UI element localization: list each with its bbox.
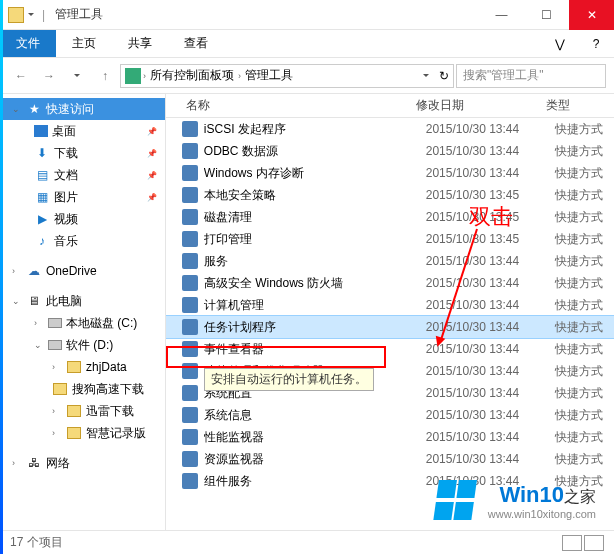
column-name[interactable]: 名称 bbox=[166, 97, 416, 114]
tab-home[interactable]: 主页 bbox=[56, 30, 112, 57]
tab-share[interactable]: 共享 bbox=[112, 30, 168, 57]
tree-label: 搜狗高速下载 bbox=[72, 381, 144, 398]
file-date: 2015/10/30 13:45 bbox=[426, 188, 555, 202]
pin-icon: 📌 bbox=[147, 171, 157, 180]
file-type: 快捷方式 bbox=[555, 187, 614, 204]
disk-icon bbox=[48, 318, 62, 328]
sidebar-software[interactable]: ⌄软件 (D:) bbox=[0, 334, 165, 356]
close-button[interactable]: ✕ bbox=[569, 0, 614, 30]
tab-file[interactable]: 文件 bbox=[0, 30, 56, 57]
shortcut-icon bbox=[182, 407, 198, 423]
file-date: 2015/10/30 13:44 bbox=[426, 452, 555, 466]
tree-label: 图片 bbox=[54, 189, 78, 206]
sidebar-network[interactable]: ›🖧网络 bbox=[0, 452, 165, 474]
sidebar-sogou[interactable]: 搜狗高速下载 bbox=[0, 378, 165, 400]
sidebar-zhjdata[interactable]: ›zhjData bbox=[0, 356, 165, 378]
sidebar-documents[interactable]: ▤文档📌 bbox=[0, 164, 165, 186]
address-dropdown-icon[interactable] bbox=[423, 74, 429, 77]
sidebar-onedrive[interactable]: ›☁OneDrive bbox=[0, 260, 165, 282]
breadcrumb-seg2[interactable]: 管理工具 bbox=[243, 67, 295, 84]
file-date: 2015/10/30 13:44 bbox=[426, 122, 555, 136]
file-row[interactable]: iSCSI 发起程序2015/10/30 13:44快捷方式 bbox=[166, 118, 614, 140]
up-button[interactable]: ↑ bbox=[92, 63, 118, 89]
details-view-button[interactable] bbox=[562, 535, 582, 551]
picture-icon: ▦ bbox=[34, 189, 50, 205]
ribbon-collapse-button[interactable]: ⋁ bbox=[542, 37, 578, 51]
back-button[interactable]: ← bbox=[8, 63, 34, 89]
sidebar-desktop[interactable]: 桌面📌 bbox=[0, 120, 165, 142]
file-list-pane[interactable]: 名称 修改日期 类型 iSCSI 发起程序2015/10/30 13:44快捷方… bbox=[166, 94, 614, 530]
window-title: 管理工具 bbox=[55, 6, 103, 23]
file-row[interactable]: 组件服务2015/10/30 13:44快捷方式 bbox=[166, 470, 614, 492]
minimize-button[interactable]: — bbox=[479, 0, 524, 30]
tab-view[interactable]: 查看 bbox=[168, 30, 224, 57]
file-row[interactable]: 系统配置2015/10/30 13:44快捷方式 bbox=[166, 382, 614, 404]
file-row[interactable]: 系统信息2015/10/30 13:44快捷方式 bbox=[166, 404, 614, 426]
shortcut-icon bbox=[182, 253, 198, 269]
file-row[interactable]: 资源监视器2015/10/30 13:44快捷方式 bbox=[166, 448, 614, 470]
column-date[interactable]: 修改日期 bbox=[416, 97, 546, 114]
file-date: 2015/10/30 13:44 bbox=[426, 342, 555, 356]
file-row[interactable]: 打印管理2015/10/30 13:45快捷方式 bbox=[166, 228, 614, 250]
file-date: 2015/10/30 13:44 bbox=[426, 474, 555, 488]
video-icon: ▶ bbox=[34, 211, 50, 227]
sidebar-zhihui[interactable]: ›智慧记录版 bbox=[0, 422, 165, 444]
search-input[interactable]: 搜索"管理工具" bbox=[456, 64, 606, 88]
file-row[interactable]: 服务2015/10/30 13:44快捷方式 bbox=[166, 250, 614, 272]
navigation-pane[interactable]: ⌄★快速访问 桌面📌 ⬇下载📌 ▤文档📌 ▦图片📌 ▶视频 ♪音乐 ›☁OneD… bbox=[0, 94, 166, 530]
file-type: 快捷方式 bbox=[555, 209, 614, 226]
shortcut-icon bbox=[182, 297, 198, 313]
icons-view-button[interactable] bbox=[584, 535, 604, 551]
breadcrumb-seg1[interactable]: 所有控制面板项 bbox=[148, 67, 236, 84]
file-row[interactable]: 性能监视器2015/10/30 13:44快捷方式 bbox=[166, 426, 614, 448]
shortcut-icon bbox=[182, 143, 198, 159]
titlebar-sep: | bbox=[42, 8, 45, 22]
sidebar-localdisk[interactable]: ›本地磁盘 (C:) bbox=[0, 312, 165, 334]
file-date: 2015/10/30 13:45 bbox=[426, 210, 555, 224]
file-date: 2015/10/30 13:44 bbox=[426, 320, 555, 334]
sidebar-pictures[interactable]: ▦图片📌 bbox=[0, 186, 165, 208]
sidebar-downloads[interactable]: ⬇下载📌 bbox=[0, 142, 165, 164]
address-bar[interactable]: › 所有控制面板项 › 管理工具 ↻ bbox=[120, 64, 454, 88]
file-row[interactable]: Windows 内存诊断2015/10/30 13:44快捷方式 bbox=[166, 162, 614, 184]
history-dropdown[interactable] bbox=[64, 63, 90, 89]
sidebar-thispc[interactable]: ⌄🖥此电脑 bbox=[0, 290, 165, 312]
file-date: 2015/10/30 13:44 bbox=[426, 144, 555, 158]
file-row[interactable]: 计算机管理2015/10/30 13:44快捷方式 bbox=[166, 294, 614, 316]
shortcut-icon bbox=[182, 275, 198, 291]
shortcut-icon bbox=[182, 429, 198, 445]
column-header-row: 名称 修改日期 类型 bbox=[166, 94, 614, 118]
file-row[interactable]: 任务计划程序2015/10/30 13:44快捷方式 bbox=[166, 316, 614, 338]
maximize-button[interactable]: ☐ bbox=[524, 0, 569, 30]
status-bar: 17 个项目 bbox=[0, 530, 614, 554]
column-type[interactable]: 类型 bbox=[546, 97, 606, 114]
file-row[interactable]: 高级安全 Windows 防火墙2015/10/30 13:44快捷方式 bbox=[166, 272, 614, 294]
file-name: iSCSI 发起程序 bbox=[204, 121, 426, 138]
tree-label: 下载 bbox=[54, 145, 78, 162]
sidebar-videos[interactable]: ▶视频 bbox=[0, 208, 165, 230]
refresh-button[interactable]: ↻ bbox=[439, 69, 449, 83]
shortcut-icon bbox=[182, 231, 198, 247]
file-row[interactable]: ODBC 数据源2015/10/30 13:44快捷方式 bbox=[166, 140, 614, 162]
sidebar-quick-access[interactable]: ⌄★快速访问 bbox=[0, 98, 165, 120]
quick-access-toolbar-dropdown[interactable] bbox=[28, 13, 34, 16]
file-row[interactable]: 事件查看器2015/10/30 13:44快捷方式 bbox=[166, 338, 614, 360]
onedrive-icon: ☁ bbox=[26, 263, 42, 279]
forward-button[interactable]: → bbox=[36, 63, 62, 89]
shortcut-icon bbox=[182, 363, 198, 379]
shortcut-icon bbox=[182, 165, 198, 181]
sidebar-music[interactable]: ♪音乐 bbox=[0, 230, 165, 252]
folder-icon bbox=[67, 405, 81, 417]
file-row[interactable]: 碎片整理和优化驱动器2015/10/30 13:44快捷方式 bbox=[166, 360, 614, 382]
pin-icon: 📌 bbox=[147, 149, 157, 158]
file-row[interactable]: 磁盘清理2015/10/30 13:45快捷方式 bbox=[166, 206, 614, 228]
help-button[interactable]: ? bbox=[578, 37, 614, 51]
tree-label: 软件 (D:) bbox=[66, 337, 113, 354]
file-type: 快捷方式 bbox=[555, 341, 614, 358]
file-row[interactable]: 本地安全策略2015/10/30 13:45快捷方式 bbox=[166, 184, 614, 206]
file-date: 2015/10/30 13:44 bbox=[426, 276, 555, 290]
file-name: 本地安全策略 bbox=[204, 187, 426, 204]
folder-icon bbox=[67, 427, 81, 439]
shortcut-icon bbox=[182, 319, 198, 335]
sidebar-xunlei[interactable]: ›迅雷下载 bbox=[0, 400, 165, 422]
